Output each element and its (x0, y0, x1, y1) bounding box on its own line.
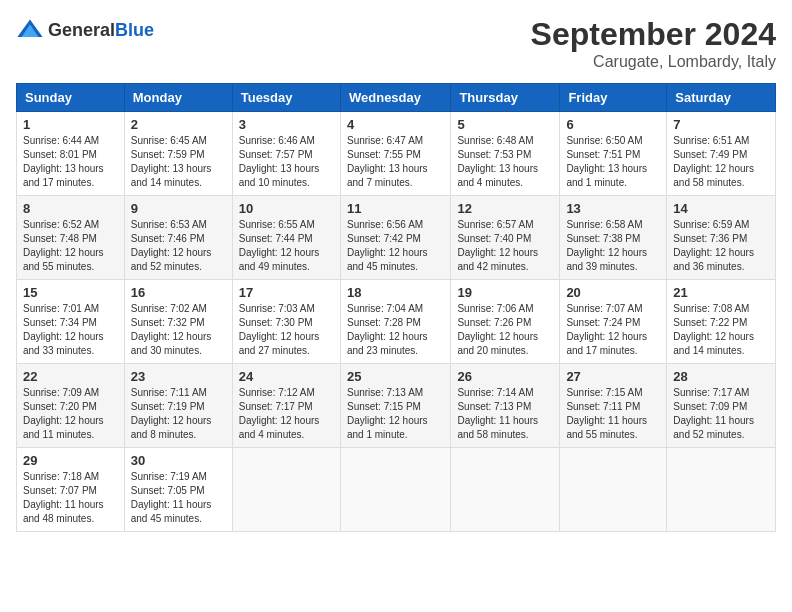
calendar-day-cell: 18 Sunrise: 7:04 AMSunset: 7:28 PMDaylig… (340, 280, 450, 364)
calendar-day-cell: 27 Sunrise: 7:15 AMSunset: 7:11 PMDaylig… (560, 364, 667, 448)
day-info: Sunrise: 7:01 AMSunset: 7:34 PMDaylight:… (23, 303, 104, 356)
calendar-day-cell: 25 Sunrise: 7:13 AMSunset: 7:15 PMDaylig… (340, 364, 450, 448)
calendar-day-cell: 17 Sunrise: 7:03 AMSunset: 7:30 PMDaylig… (232, 280, 340, 364)
day-number: 13 (566, 201, 660, 216)
day-info: Sunrise: 7:04 AMSunset: 7:28 PMDaylight:… (347, 303, 428, 356)
calendar-day-cell: 22 Sunrise: 7:09 AMSunset: 7:20 PMDaylig… (17, 364, 125, 448)
day-number: 17 (239, 285, 334, 300)
day-info: Sunrise: 7:12 AMSunset: 7:17 PMDaylight:… (239, 387, 320, 440)
day-number: 14 (673, 201, 769, 216)
day-number: 26 (457, 369, 553, 384)
day-info: Sunrise: 7:17 AMSunset: 7:09 PMDaylight:… (673, 387, 754, 440)
day-info: Sunrise: 6:55 AMSunset: 7:44 PMDaylight:… (239, 219, 320, 272)
day-info: Sunrise: 7:03 AMSunset: 7:30 PMDaylight:… (239, 303, 320, 356)
day-number: 23 (131, 369, 226, 384)
calendar-day-cell: 21 Sunrise: 7:08 AMSunset: 7:22 PMDaylig… (667, 280, 776, 364)
day-info: Sunrise: 7:14 AMSunset: 7:13 PMDaylight:… (457, 387, 538, 440)
calendar-day-cell: 10 Sunrise: 6:55 AMSunset: 7:44 PMDaylig… (232, 196, 340, 280)
day-number: 3 (239, 117, 334, 132)
day-info: Sunrise: 6:53 AMSunset: 7:46 PMDaylight:… (131, 219, 212, 272)
calendar-day-cell: 26 Sunrise: 7:14 AMSunset: 7:13 PMDaylig… (451, 364, 560, 448)
calendar-day-cell: 11 Sunrise: 6:56 AMSunset: 7:42 PMDaylig… (340, 196, 450, 280)
day-number: 16 (131, 285, 226, 300)
day-info: Sunrise: 7:15 AMSunset: 7:11 PMDaylight:… (566, 387, 647, 440)
calendar-day-cell: 6 Sunrise: 6:50 AMSunset: 7:51 PMDayligh… (560, 112, 667, 196)
day-number: 12 (457, 201, 553, 216)
day-number: 18 (347, 285, 444, 300)
day-number: 8 (23, 201, 118, 216)
calendar-day-header: Saturday (667, 84, 776, 112)
day-number: 15 (23, 285, 118, 300)
calendar-week-row: 1 Sunrise: 6:44 AMSunset: 8:01 PMDayligh… (17, 112, 776, 196)
day-info: Sunrise: 7:09 AMSunset: 7:20 PMDaylight:… (23, 387, 104, 440)
calendar-week-row: 29 Sunrise: 7:18 AMSunset: 7:07 PMDaylig… (17, 448, 776, 532)
calendar-day-cell: 15 Sunrise: 7:01 AMSunset: 7:34 PMDaylig… (17, 280, 125, 364)
calendar-day-header: Thursday (451, 84, 560, 112)
day-number: 25 (347, 369, 444, 384)
calendar-day-cell: 24 Sunrise: 7:12 AMSunset: 7:17 PMDaylig… (232, 364, 340, 448)
calendar-day-cell: 16 Sunrise: 7:02 AMSunset: 7:32 PMDaylig… (124, 280, 232, 364)
day-number: 9 (131, 201, 226, 216)
calendar-day-cell: 13 Sunrise: 6:58 AMSunset: 7:38 PMDaylig… (560, 196, 667, 280)
calendar-week-row: 15 Sunrise: 7:01 AMSunset: 7:34 PMDaylig… (17, 280, 776, 364)
day-info: Sunrise: 7:02 AMSunset: 7:32 PMDaylight:… (131, 303, 212, 356)
day-info: Sunrise: 6:57 AMSunset: 7:40 PMDaylight:… (457, 219, 538, 272)
calendar-day-cell (232, 448, 340, 532)
day-info: Sunrise: 7:07 AMSunset: 7:24 PMDaylight:… (566, 303, 647, 356)
day-number: 2 (131, 117, 226, 132)
day-info: Sunrise: 6:47 AMSunset: 7:55 PMDaylight:… (347, 135, 428, 188)
day-info: Sunrise: 6:50 AMSunset: 7:51 PMDaylight:… (566, 135, 647, 188)
day-number: 27 (566, 369, 660, 384)
day-info: Sunrise: 7:13 AMSunset: 7:15 PMDaylight:… (347, 387, 428, 440)
logo-icon (16, 16, 44, 44)
day-number: 7 (673, 117, 769, 132)
calendar-day-cell: 3 Sunrise: 6:46 AMSunset: 7:57 PMDayligh… (232, 112, 340, 196)
calendar-day-cell (560, 448, 667, 532)
calendar-week-row: 22 Sunrise: 7:09 AMSunset: 7:20 PMDaylig… (17, 364, 776, 448)
calendar-week-row: 8 Sunrise: 6:52 AMSunset: 7:48 PMDayligh… (17, 196, 776, 280)
calendar-day-cell: 2 Sunrise: 6:45 AMSunset: 7:59 PMDayligh… (124, 112, 232, 196)
day-number: 10 (239, 201, 334, 216)
day-number: 24 (239, 369, 334, 384)
day-info: Sunrise: 6:51 AMSunset: 7:49 PMDaylight:… (673, 135, 754, 188)
day-number: 11 (347, 201, 444, 216)
calendar-day-cell: 29 Sunrise: 7:18 AMSunset: 7:07 PMDaylig… (17, 448, 125, 532)
day-info: Sunrise: 6:48 AMSunset: 7:53 PMDaylight:… (457, 135, 538, 188)
day-number: 22 (23, 369, 118, 384)
calendar-day-cell: 23 Sunrise: 7:11 AMSunset: 7:19 PMDaylig… (124, 364, 232, 448)
calendar-day-header: Wednesday (340, 84, 450, 112)
calendar-day-cell: 4 Sunrise: 6:47 AMSunset: 7:55 PMDayligh… (340, 112, 450, 196)
calendar-day-cell: 8 Sunrise: 6:52 AMSunset: 7:48 PMDayligh… (17, 196, 125, 280)
day-number: 28 (673, 369, 769, 384)
day-info: Sunrise: 7:08 AMSunset: 7:22 PMDaylight:… (673, 303, 754, 356)
day-info: Sunrise: 6:56 AMSunset: 7:42 PMDaylight:… (347, 219, 428, 272)
day-number: 5 (457, 117, 553, 132)
day-info: Sunrise: 6:46 AMSunset: 7:57 PMDaylight:… (239, 135, 320, 188)
day-info: Sunrise: 6:45 AMSunset: 7:59 PMDaylight:… (131, 135, 212, 188)
day-number: 21 (673, 285, 769, 300)
month-title: September 2024 (531, 16, 776, 53)
location-title: Carugate, Lombardy, Italy (531, 53, 776, 71)
day-number: 4 (347, 117, 444, 132)
day-info: Sunrise: 6:59 AMSunset: 7:36 PMDaylight:… (673, 219, 754, 272)
calendar-header-row: SundayMondayTuesdayWednesdayThursdayFrid… (17, 84, 776, 112)
day-info: Sunrise: 7:11 AMSunset: 7:19 PMDaylight:… (131, 387, 212, 440)
calendar-day-cell (451, 448, 560, 532)
calendar-day-cell: 20 Sunrise: 7:07 AMSunset: 7:24 PMDaylig… (560, 280, 667, 364)
calendar-day-cell: 30 Sunrise: 7:19 AMSunset: 7:05 PMDaylig… (124, 448, 232, 532)
calendar-day-cell: 19 Sunrise: 7:06 AMSunset: 7:26 PMDaylig… (451, 280, 560, 364)
calendar-day-cell: 14 Sunrise: 6:59 AMSunset: 7:36 PMDaylig… (667, 196, 776, 280)
logo: GeneralBlue (16, 16, 154, 44)
calendar-day-cell: 7 Sunrise: 6:51 AMSunset: 7:49 PMDayligh… (667, 112, 776, 196)
calendar-day-cell (340, 448, 450, 532)
calendar-day-cell: 12 Sunrise: 6:57 AMSunset: 7:40 PMDaylig… (451, 196, 560, 280)
calendar-day-cell: 1 Sunrise: 6:44 AMSunset: 8:01 PMDayligh… (17, 112, 125, 196)
day-number: 19 (457, 285, 553, 300)
day-info: Sunrise: 6:52 AMSunset: 7:48 PMDaylight:… (23, 219, 104, 272)
calendar-day-cell: 28 Sunrise: 7:17 AMSunset: 7:09 PMDaylig… (667, 364, 776, 448)
day-number: 1 (23, 117, 118, 132)
title-block: September 2024 Carugate, Lombardy, Italy (531, 16, 776, 71)
day-number: 6 (566, 117, 660, 132)
day-number: 30 (131, 453, 226, 468)
logo-text-blue: Blue (115, 20, 154, 40)
